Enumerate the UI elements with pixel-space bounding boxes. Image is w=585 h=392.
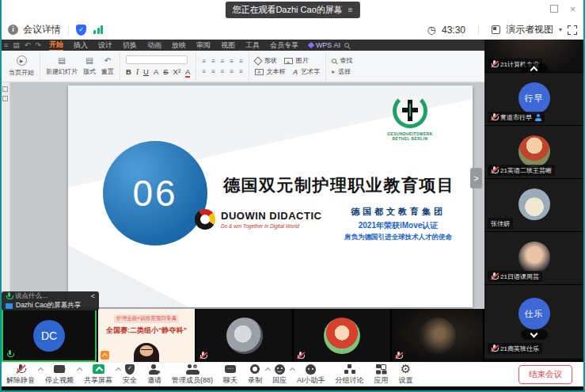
manage-members-button[interactable]: 管理成员(88) [172,363,213,386]
layout-button[interactable]: ▤ 版式 [83,56,96,76]
underline-button[interactable]: U [143,67,149,76]
bold-button[interactable]: B [126,67,131,76]
italic-button[interactable]: I [136,68,139,76]
wordart-button[interactable]: A 艺术字 [293,67,321,76]
video-tile[interactable] [196,309,292,362]
tab-wps-ai[interactable]: WPS AI [309,41,340,49]
unmute-button[interactable]: 解除静音 [6,363,35,386]
chevron-up-icon[interactable] [290,367,295,373]
thumb-slide-line2: 全国赛:二类组小“静夺科” [98,325,195,336]
redo-icon[interactable]: ↷ [35,41,41,49]
view-mode-selector[interactable]: 演示者视图 [506,23,553,36]
banner-menu-icon[interactable]: ≡ [348,6,353,14]
find-button[interactable]: 查找 [332,56,352,65]
video-tile-camera[interactable]: 护理全能×训练营项目专属 全国赛:二类组小“静夺科” [98,309,195,362]
muted-mic-icon [17,364,25,375]
participant-tile[interactable]: 张佳妍 [484,179,583,232]
chevron-up-icon[interactable] [265,367,271,373]
video-tile[interactable] [294,309,390,362]
glasses [141,349,152,352]
settings-button[interactable]: ⚙ 设置 [399,363,413,386]
participant-tile[interactable]: 21日语课周芸 [484,232,583,285]
tab-slideshow[interactable]: 放映 [172,40,186,51]
close-window-icon[interactable]: × [570,5,576,14]
font-size-button[interactable]: A [154,67,158,76]
tab-design[interactable]: 设计 [98,40,112,51]
font-color-button[interactable]: A [185,67,190,78]
new-slide-button[interactable]: ▤ 新建幻灯片 [46,56,78,76]
video-tile-active-speaker[interactable]: DC [2,309,97,362]
participant-tile[interactable]: 21计算机专业 [484,40,583,73]
search-icon[interactable] [344,43,349,48]
chevron-up-icon[interactable] [77,367,82,373]
tab-insert[interactable]: 插入 [74,40,88,51]
participant-tile[interactable]: 仕乐 21商英班仕乐 [484,285,583,360]
end-meeting-button[interactable]: 结束会议 [519,365,572,384]
tab-member[interactable]: 会员专享 [270,40,298,51]
strikethrough-button[interactable]: S [163,67,168,76]
quickchat-row[interactable]: 说点什么... < [2,291,99,301]
picture-button[interactable]: 图片 [284,56,309,65]
tab-tools[interactable]: 工具 [245,40,260,51]
taskbar-strip [0,386,585,392]
participant-tile[interactable]: 行早 黄道市行早 [484,73,583,126]
line-spacing-icon[interactable]: ≡ [221,68,225,75]
video-tile[interactable] [392,309,483,362]
ai-assistant-button[interactable]: AI小助手 [297,363,325,386]
textbox-button[interactable]: A 文本框 [255,67,286,76]
align-center-icon[interactable]: ≡ [239,58,243,65]
muted-mic-icon [199,352,207,360]
duowin-name: DUOWIN DIDACTIC [221,210,321,222]
screen-share-icon [6,303,13,309]
reactions-button[interactable]: 回应 [272,363,287,386]
tab-home[interactable]: 开始 [49,40,63,51]
save-icon[interactable]: ▤ [13,41,20,49]
font-name-select[interactable] [126,55,188,64]
mic-active-icon [6,292,12,300]
tab-transitions[interactable]: 切换 [123,40,137,51]
chevron-up-icon[interactable] [116,367,121,373]
chevron-down-icon[interactable]: ▾ [559,26,562,33]
text-direction-icon[interactable]: ≡ [239,68,243,75]
shapes-button[interactable]: 形状 [255,56,277,65]
columns-icon[interactable]: ≡ [230,68,234,75]
muted-mic-icon [491,166,498,174]
tab-review[interactable]: 审阅 [196,40,211,51]
reset-button[interactable]: ↶ 重置 [101,56,114,76]
scroll-down-button[interactable] [521,329,548,340]
breakout-rooms-button[interactable]: 分组讨论 [336,363,364,386]
play-from-page-button[interactable]: ▶ 当页开始 [9,55,34,77]
scroll-up-button[interactable] [521,63,548,73]
number-list-icon[interactable]: ≡ [211,58,215,65]
apps-button[interactable]: 应用 [374,363,389,386]
align-left-icon[interactable]: ≡ [230,58,234,65]
tab-animations[interactable]: 动画 [147,40,161,51]
chevron-up-icon[interactable] [38,367,44,373]
fullscreen-icon[interactable] [568,25,577,35]
record-button[interactable]: 录制 [248,363,262,386]
new-slide-icon: ▤ [58,56,65,65]
shield-check-icon[interactable]: ✓ [76,25,86,36]
chat-button[interactable]: 聊天 [223,363,237,386]
select-button[interactable]: ▸ 选择 [332,67,351,76]
slide-panel-strip[interactable] [0,82,10,309]
restore-window-icon[interactable] [550,5,558,13]
bullet-list-icon[interactable]: ≡ [202,58,206,65]
undo-icon[interactable]: ↶ [25,41,31,49]
align-right-icon[interactable]: ≡ [202,68,206,75]
meeting-details-button[interactable]: 会议详情 [23,23,61,36]
share-screen-button[interactable]: 共享屏幕 [84,363,112,386]
collapse-icon[interactable]: < [91,292,95,300]
superscript-button[interactable]: X² [173,67,181,76]
wps-menu-icon[interactable]: ≡ [4,41,8,49]
justify-icon[interactable]: ≡ [211,68,215,75]
tab-view[interactable]: 视图 [221,40,235,51]
security-button[interactable]: 安全 [123,363,137,386]
say-something-input[interactable]: 说点什么... [15,291,47,301]
invite-button[interactable]: + 邀请 [147,363,161,386]
apps-icon [376,364,386,375]
indent-icon[interactable]: ≡ [221,58,225,65]
participant-tile[interactable]: 21英语二班王芸晰 [484,126,583,179]
stop-video-button[interactable]: 停止视频 [45,363,74,386]
sidebar-collapse-button[interactable]: > [470,168,482,188]
